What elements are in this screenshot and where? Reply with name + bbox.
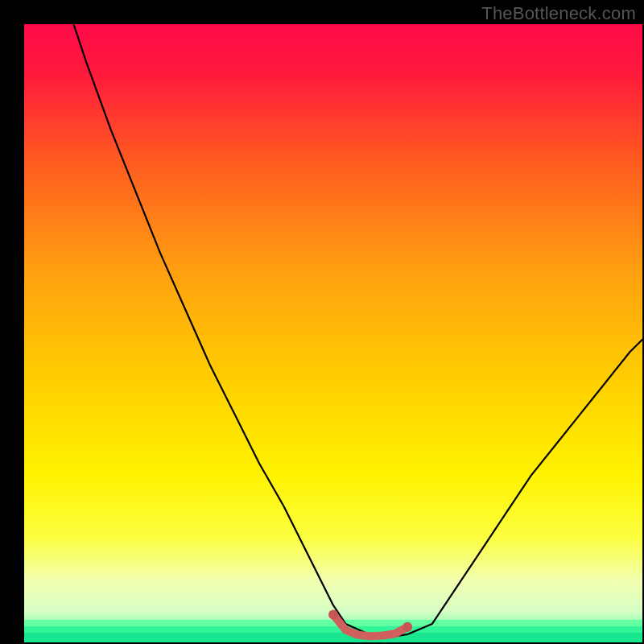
plot-area bbox=[24, 24, 642, 642]
watermark-label: TheBottleneck.com bbox=[481, 3, 636, 24]
curve-layer bbox=[24, 24, 642, 642]
main-curve bbox=[73, 24, 642, 636]
accent-endpoint-right bbox=[402, 622, 412, 632]
plot-frame bbox=[24, 24, 642, 642]
accent-endpoint-left bbox=[328, 609, 338, 619]
bottom-accent-segment bbox=[333, 614, 407, 636]
chart-container: TheBottleneck.com bbox=[0, 0, 644, 644]
